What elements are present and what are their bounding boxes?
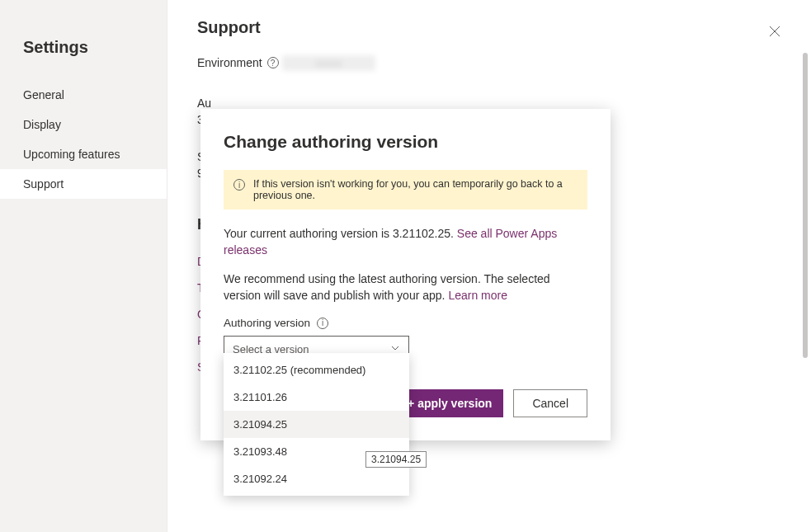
close-button[interactable] [761, 18, 788, 45]
scrollbar-track[interactable] [803, 53, 808, 499]
environment-value-redacted: xxxxx [282, 55, 375, 71]
current-version-value: 3.21102.25 [393, 227, 450, 240]
current-version-text: Your current authoring version is 3.2110… [224, 226, 587, 258]
version-option[interactable]: 3.21101.26 [224, 384, 409, 411]
sidebar-item-upcoming-features[interactable]: Upcoming features [0, 139, 167, 169]
version-option[interactable]: 3.21094.25 [224, 411, 409, 438]
current-version-prefix: Your current authoring version is [224, 227, 393, 240]
apply-version-label: apply version [417, 397, 492, 410]
recommend-text: We recommend using the latest authoring … [224, 271, 587, 304]
scrollbar-thumb[interactable] [803, 53, 808, 358]
close-icon [768, 25, 781, 38]
reload-apply-version-button[interactable]: + apply version [396, 389, 503, 417]
sidebar-item-support[interactable]: Support [0, 169, 167, 199]
page-title: Support [197, 18, 781, 37]
authoring-version-label-text: Authoring version [224, 317, 310, 329]
info-icon: i [233, 179, 245, 191]
sidebar-item-display[interactable]: Display [0, 110, 167, 139]
info-icon[interactable]: i [317, 318, 328, 329]
change-authoring-version-dialog: Change authoring version i If this versi… [200, 109, 611, 440]
environment-label: Environment ? [197, 56, 279, 69]
settings-sidebar: Settings General Display Upcoming featur… [0, 0, 167, 532]
learn-more-link[interactable]: Learn more [448, 289, 507, 302]
sidebar-item-general[interactable]: General [0, 80, 167, 110]
cancel-button[interactable]: Cancel [513, 389, 587, 417]
modal-title: Change authoring version [224, 132, 587, 152]
version-warning-alert: i If this version isn't working for you,… [224, 170, 587, 210]
authoring-version-label: Authoring version i [224, 317, 587, 329]
authoring-label: Au [197, 97, 211, 110]
version-option[interactable]: 3.21092.24 [224, 465, 409, 492]
version-option[interactable]: 3.21102.25 (recommended) [224, 356, 409, 384]
version-tooltip: 3.21094.25 [365, 451, 427, 468]
environment-label-text: Environment [197, 56, 262, 69]
alert-text: If this version isn't working for you, y… [253, 178, 578, 201]
info-icon[interactable]: ? [267, 57, 279, 68]
sidebar-title: Settings [0, 30, 167, 80]
version-dropdown-list: 3.21102.25 (recommended) 3.21101.26 3.21… [224, 353, 409, 496]
